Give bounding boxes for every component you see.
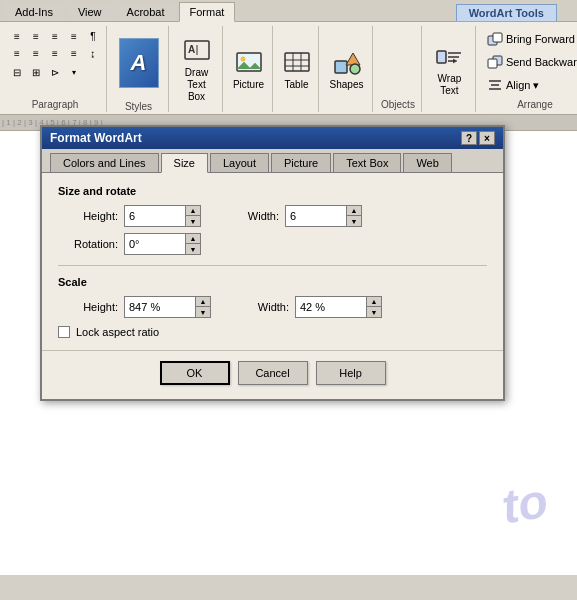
send-backward-button[interactable]: Send Backward <box>482 51 577 73</box>
format-wordart-dialog: Format WordArt ? × Colors and Lines Size… <box>40 125 505 401</box>
rotation-down-btn[interactable]: ▼ <box>186 244 200 254</box>
scale-width-up-btn[interactable]: ▲ <box>367 297 381 307</box>
svg-marker-11 <box>346 53 360 65</box>
picture-label: Picture <box>233 79 264 91</box>
tab-layout[interactable]: Layout <box>210 153 269 172</box>
table-label: Table <box>285 79 309 91</box>
rotation-label: Rotation: <box>58 238 118 250</box>
width-down-btn[interactable]: ▼ <box>347 216 361 226</box>
para-btn-4[interactable]: ≡ <box>65 28 83 44</box>
height-input[interactable] <box>125 206 185 226</box>
rotation-up-btn[interactable]: ▲ <box>186 234 200 244</box>
para-btn-14[interactable]: ▾ <box>65 64 83 80</box>
scale-width-input[interactable] <box>296 297 366 317</box>
bring-forward-label: Bring Forward <box>506 33 575 45</box>
shapes-icon <box>331 47 363 79</box>
arrange-label: Arrange <box>482 97 577 110</box>
wrap-text-group: Wrap Text <box>424 26 476 112</box>
table-icon <box>281 47 313 79</box>
wrap-text-button[interactable]: Wrap Text <box>427 38 471 100</box>
scale-width-label: Width: <box>229 301 289 313</box>
dialog-close-btn[interactable]: × <box>479 131 495 145</box>
picture-button[interactable]: Picture <box>227 44 271 94</box>
arrange-group: Bring Forward Send Backward <box>478 26 577 112</box>
tab-size[interactable]: Size <box>161 153 208 173</box>
cancel-button[interactable]: Cancel <box>238 361 308 385</box>
svg-point-4 <box>240 57 245 62</box>
lock-aspect-checkbox[interactable] <box>58 326 70 338</box>
objects-label: Objects <box>375 97 421 112</box>
para-btn-12[interactable]: ⊞ <box>27 64 45 80</box>
picture-group: Picture <box>225 26 273 112</box>
para-btn-6[interactable]: ≡ <box>8 45 26 61</box>
paragraph-label: Paragraph <box>8 97 102 110</box>
scale-width-spinner-buttons: ▲ ▼ <box>366 297 381 317</box>
para-btn-10[interactable]: ↨ <box>84 45 102 61</box>
dialog-help-btn[interactable]: ? <box>461 131 477 145</box>
width-label-1: Width: <box>219 210 279 222</box>
draw-text-box-button[interactable]: A Draw Text Box <box>175 32 219 106</box>
height-width-row: Height: ▲ ▼ Width: ▲ <box>58 205 487 227</box>
scale-title: Scale <box>58 276 487 288</box>
wrap-text-label: Wrap Text <box>432 73 466 97</box>
tab-add-ins[interactable]: Add-Ins <box>4 2 64 21</box>
para-btn-7[interactable]: ≡ <box>27 45 45 61</box>
bring-forward-button[interactable]: Bring Forward <box>482 28 577 50</box>
bring-forward-icon <box>487 31 503 47</box>
width-up-btn[interactable]: ▲ <box>347 206 361 216</box>
shapes-group: Shapes <box>321 26 373 112</box>
table-group: Table <box>275 26 319 112</box>
dialog-titlebar: Format WordArt ? × <box>42 127 503 149</box>
svg-rect-5 <box>285 53 309 71</box>
scale-width-down-btn[interactable]: ▼ <box>367 307 381 317</box>
para-btn-8[interactable]: ≡ <box>46 45 64 61</box>
rotation-spinner[interactable]: ▲ ▼ <box>124 233 201 255</box>
ok-button[interactable]: OK <box>160 361 230 385</box>
para-btn-3[interactable]: ≡ <box>46 28 64 44</box>
rotation-row: Rotation: ▲ ▼ <box>58 233 487 255</box>
width-input[interactable] <box>286 206 346 226</box>
para-btn-2[interactable]: ≡ <box>27 28 45 44</box>
width-spinner-buttons: ▲ ▼ <box>346 206 361 226</box>
styles-group: A Styles <box>109 26 169 112</box>
para-btn-13[interactable]: ⊳ <box>46 64 64 80</box>
height-down-btn[interactable]: ▼ <box>186 216 200 226</box>
size-rotate-title: Size and rotate <box>58 185 487 197</box>
para-btn-11[interactable]: ⊟ <box>8 64 26 80</box>
tab-format[interactable]: Format <box>179 2 236 22</box>
svg-text:A: A <box>188 44 195 55</box>
send-backward-icon <box>487 54 503 70</box>
scale-height-down-btn[interactable]: ▼ <box>196 307 210 317</box>
height-spinner-buttons: ▲ ▼ <box>185 206 200 226</box>
tab-view[interactable]: View <box>67 2 113 21</box>
wrap-text-icon <box>433 41 465 73</box>
tab-picture[interactable]: Picture <box>271 153 331 172</box>
styles-button[interactable]: A <box>119 38 159 88</box>
dialog-title: Format WordArt <box>50 131 142 145</box>
width-spinner[interactable]: ▲ ▼ <box>285 205 362 227</box>
draw-text-box-icon: A <box>181 35 213 67</box>
help-button[interactable]: Help <box>316 361 386 385</box>
height-up-btn[interactable]: ▲ <box>186 206 200 216</box>
rotation-spinner-buttons: ▲ ▼ <box>185 234 200 254</box>
paragraph-group: ≡ ≡ ≡ ≡ ¶ ≡ ≡ ≡ ≡ ↨ ⊟ ⊞ ⊳ ▾ Parag <box>4 26 107 112</box>
scale-height-input[interactable] <box>125 297 195 317</box>
shapes-button[interactable]: Shapes <box>325 44 369 94</box>
aspect-ratio-row: Lock aspect ratio <box>58 326 487 338</box>
scale-height-spinner[interactable]: ▲ ▼ <box>124 296 211 318</box>
para-btn-1[interactable]: ≡ <box>8 28 26 44</box>
scale-height-up-btn[interactable]: ▲ <box>196 297 210 307</box>
scale-width-spinner[interactable]: ▲ ▼ <box>295 296 382 318</box>
para-btn-9[interactable]: ≡ <box>65 45 83 61</box>
tab-text-box[interactable]: Text Box <box>333 153 401 172</box>
table-button[interactable]: Table <box>275 44 319 94</box>
para-btn-5[interactable]: ¶ <box>84 28 102 44</box>
rotation-input[interactable] <box>125 234 185 254</box>
tab-acrobat[interactable]: Acrobat <box>116 2 176 21</box>
svg-rect-20 <box>488 59 497 68</box>
picture-icon <box>233 47 265 79</box>
tab-web[interactable]: Web <box>403 153 451 172</box>
height-spinner[interactable]: ▲ ▼ <box>124 205 201 227</box>
tab-colors-lines[interactable]: Colors and Lines <box>50 153 159 172</box>
align-button[interactable]: Align ▾ <box>482 74 577 96</box>
